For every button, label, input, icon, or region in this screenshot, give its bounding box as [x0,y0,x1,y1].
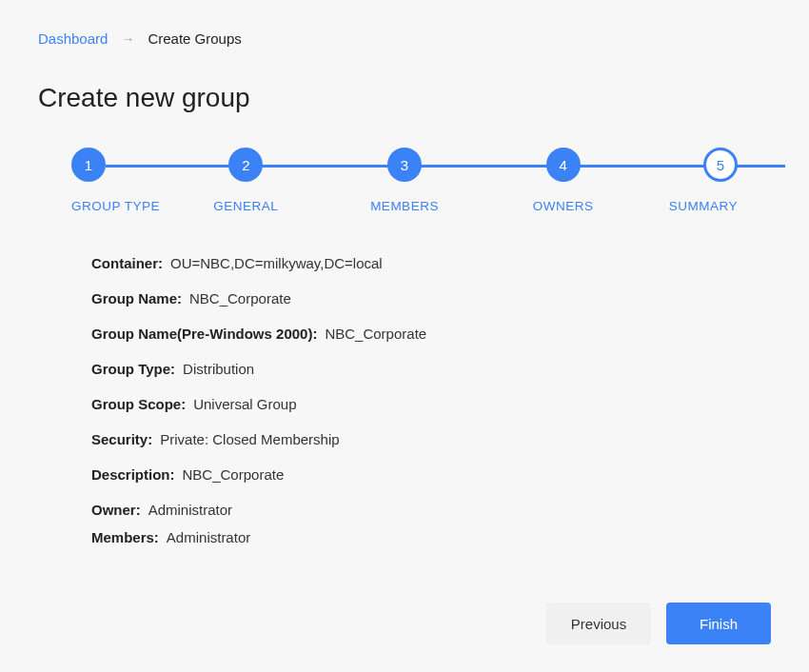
summary-row-group-type: Group Type: Distribution [91,359,809,379]
summary-label: Container: [91,253,163,273]
step-general[interactable]: 2 GENERAL [167,148,326,213]
step-owners[interactable]: 4 OWNERS [483,148,642,213]
step-label: OWNERS [533,199,594,213]
breadcrumb-dashboard-link[interactable]: Dashboard [38,30,108,47]
summary-value: NBC_Corporate [183,464,285,484]
step-connector [246,165,404,168]
step-group-type[interactable]: 1 GROUP TYPE [71,148,167,213]
summary-label: Security: [91,429,152,449]
step-number: 4 [546,148,581,182]
previous-button[interactable]: Previous [546,603,651,644]
summary-value: NBC_Corporate [189,288,291,308]
summary-row-description: Description: NBC_Corporate [91,464,809,484]
step-number: 2 [228,148,263,182]
breadcrumb-current: Create Groups [148,30,241,47]
summary-row-owner: Owner: Administrator [91,500,809,520]
summary-list: Container: OU=NBC,DC=milkyway,DC=local G… [0,213,809,547]
breadcrumb: Dashboard → Create Groups [0,0,809,47]
step-label: GENERAL [213,199,278,213]
summary-label: Group Name: [91,288,182,308]
summary-value: OU=NBC,DC=milkyway,DC=local [170,253,383,273]
step-number: 1 [71,148,106,182]
step-label: MEMBERS [370,199,439,213]
summary-value: Administrator [148,500,232,520]
step-number: 3 [387,148,422,182]
summary-label: Group Type: [91,359,175,379]
step-label: GROUP TYPE [71,199,160,213]
summary-value: NBC_Corporate [325,324,426,344]
step-connector [404,165,563,168]
arrow-right-icon: → [121,31,134,47]
summary-label: Owner: [91,500,141,520]
summary-label: Description: [91,464,175,484]
finish-button[interactable]: Finish [666,603,771,644]
summary-label: Members: [91,527,159,547]
summary-label: Group Scope: [91,394,186,414]
summary-value: Administrator [167,527,250,547]
page-title: Create new group [0,47,809,148]
summary-value: Universal Group [193,394,296,414]
summary-row-container: Container: OU=NBC,DC=milkyway,DC=local [91,253,809,273]
summary-value: Distribution [183,359,254,379]
step-members[interactable]: 3 MEMBERS [326,148,484,213]
wizard-stepper: 1 GROUP TYPE 2 GENERAL 3 MEMBERS 4 OWNER… [0,148,809,213]
wizard-footer: Previous Finish [0,563,809,644]
summary-row-group-name: Group Name: NBC_Corporate [91,288,809,308]
summary-label: Group Name(Pre-Windows 2000): [91,324,317,344]
step-number: 5 [703,148,738,182]
summary-row-pre2000: Group Name(Pre-Windows 2000): NBC_Corpor… [91,324,809,344]
step-label: SUMMARY [669,199,738,213]
step-summary[interactable]: 5 SUMMARY [642,148,738,213]
step-connector [563,165,785,168]
summary-value: Private: Closed Membership [160,429,339,449]
summary-row-members: Members: Administrator [91,527,809,547]
summary-row-group-scope: Group Scope: Universal Group [91,394,809,414]
summary-row-security: Security: Private: Closed Membership [91,429,809,449]
